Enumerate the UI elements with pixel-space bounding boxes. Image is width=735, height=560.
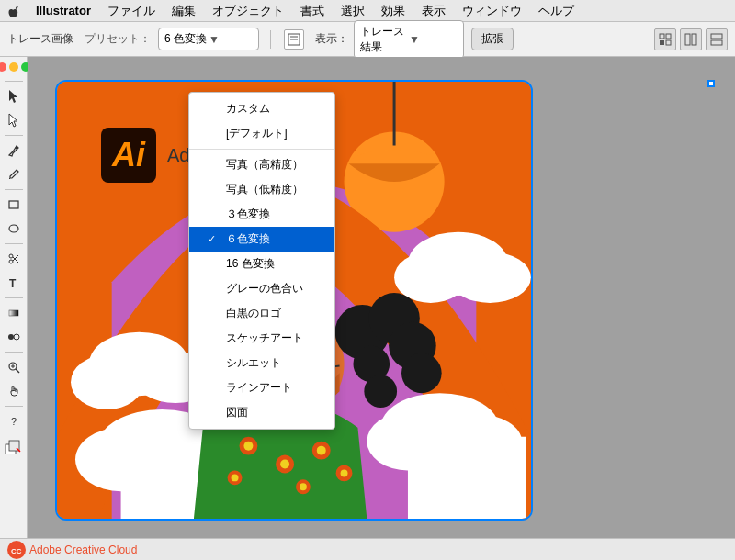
apple-menu[interactable] xyxy=(7,4,22,18)
svg-text:CC: CC xyxy=(11,547,22,555)
check-6color: ✓ xyxy=(208,233,220,245)
svg-rect-6 xyxy=(666,40,671,45)
display-value: トレース結果 xyxy=(360,24,409,55)
svg-point-52 xyxy=(243,442,253,451)
menu-item-photo-high-label: 写真（高精度） xyxy=(226,157,303,173)
menu-item-bwlogo-label: 白黒のロゴ xyxy=(226,306,281,321)
svg-point-60 xyxy=(300,483,307,490)
menubar: Illustrator ファイル 編集 オブジェクト 書式 選択 効果 表示 ウ… xyxy=(0,0,735,22)
svg-point-20 xyxy=(8,334,14,340)
menu-item-grayscale-label: グレーの色合い xyxy=(226,281,303,297)
tool-select[interactable] xyxy=(3,85,25,107)
menu-item-6color-label: ６色変換 xyxy=(226,231,270,247)
toolbar-icon-1[interactable] xyxy=(654,28,676,50)
menu-item-default-label: [デフォルト] xyxy=(226,126,288,141)
menu-item-lineart-label: ラインアート xyxy=(226,380,292,396)
svg-rect-19 xyxy=(9,310,18,316)
tool-ellipse[interactable] xyxy=(3,218,25,240)
svg-point-56 xyxy=(317,446,326,455)
tool-scissors[interactable] xyxy=(3,248,25,270)
tool-blend[interactable] xyxy=(3,326,25,348)
ai-icon-box: Ai xyxy=(101,128,156,183)
menu-item-3color[interactable]: ３色変換 xyxy=(189,202,334,227)
svg-point-11 xyxy=(15,147,17,150)
svg-rect-10 xyxy=(711,40,722,45)
tool-question[interactable]: ? xyxy=(3,410,25,432)
tool-direct-select[interactable] xyxy=(3,109,25,131)
cc-logo: CC Adobe Creative Cloud xyxy=(7,541,137,559)
bottom-bar: CC Adobe Creative Cloud xyxy=(0,538,735,560)
menu-item-default[interactable]: [デフォルト] xyxy=(189,121,334,146)
menu-illustrator[interactable]: Illustrator xyxy=(29,2,97,19)
menu-item-photo-low[interactable]: 写真（低精度） xyxy=(189,177,334,202)
svg-rect-3 xyxy=(660,34,664,39)
menu-item-lineart[interactable]: ラインアート xyxy=(189,375,334,400)
cc-text: Adobe Creative Cloud xyxy=(29,543,137,556)
menu-item-custom[interactable]: カスタム xyxy=(189,96,334,121)
canvas-handle[interactable] xyxy=(707,80,715,87)
menu-item-drawing[interactable]: 図面 xyxy=(189,400,334,425)
tool-pen[interactable] xyxy=(3,140,25,162)
display-dropdown[interactable]: トレース結果 ▼ xyxy=(354,20,464,59)
preset-value: 6 色変換 xyxy=(164,31,209,47)
svg-point-62 xyxy=(341,469,348,476)
svg-point-42 xyxy=(449,252,531,303)
cc-icon: CC xyxy=(7,541,26,559)
svg-text:?: ? xyxy=(11,416,17,427)
menu-item-16color[interactable]: 16 色変換 xyxy=(189,252,334,276)
svg-text:T: T xyxy=(9,277,17,289)
menu-item-grayscale[interactable]: グレーの色合い xyxy=(189,276,334,301)
trace-image-label: トレース画像 xyxy=(7,31,74,47)
tool-color[interactable] xyxy=(3,434,25,456)
page-icon[interactable] xyxy=(284,29,304,50)
tool-pencil[interactable] xyxy=(3,163,25,185)
menu-item-6color[interactable]: ✓ ６色変換 xyxy=(189,227,334,252)
menu-item-silhouette[interactable]: シルエット xyxy=(189,351,334,375)
menu-view[interactable]: 表示 xyxy=(415,1,452,21)
display-arrow-icon: ▼ xyxy=(409,33,458,46)
svg-rect-4 xyxy=(666,34,671,39)
svg-rect-8 xyxy=(692,34,696,45)
ai-logo-text: Ai xyxy=(112,136,145,174)
menu-item-bwlogo[interactable]: 白黒のロゴ xyxy=(189,301,334,326)
preset-arrow-icon: ▼ xyxy=(209,33,253,46)
preset-dropdown[interactable]: 6 色変換 ▼ xyxy=(158,28,259,50)
svg-rect-12 xyxy=(9,201,18,208)
menu-file[interactable]: ファイル xyxy=(101,1,162,21)
svg-rect-7 xyxy=(685,34,690,45)
display-section: 表示： トレース結果 ▼ xyxy=(315,20,464,59)
close-btn[interactable] xyxy=(0,62,6,72)
menu-item-drawing-label: 図面 xyxy=(226,405,248,420)
menu-effect[interactable]: 効果 xyxy=(375,1,412,21)
svg-rect-46 xyxy=(408,437,526,519)
preset-dropdown-menu: カスタム [デフォルト] 写真（高精度） 写真（低精度） ３色変換 ✓ ６色変 xyxy=(188,92,335,430)
tool-gradient[interactable] xyxy=(3,302,25,324)
toolbar-icon-2[interactable] xyxy=(680,28,702,50)
menu-item-photo-high[interactable]: 写真（高精度） xyxy=(189,152,334,177)
menu-edit[interactable]: 編集 xyxy=(165,1,202,21)
canvas-area: Ai Adobe Illustr... xyxy=(28,57,735,538)
main-area: T ? xyxy=(0,57,735,538)
left-toolbar: T ? xyxy=(0,57,28,538)
display-label: 表示： xyxy=(315,31,348,47)
expand-button[interactable]: 拡張 xyxy=(471,28,514,50)
toolbar: トレース画像 プリセット： 6 色変換 ▼ 表示： トレース結果 ▼ 拡張 xyxy=(0,22,735,57)
menu-item-sketch[interactable]: スケッチアート xyxy=(189,326,334,351)
menu-item-3color-label: ３色変換 xyxy=(226,207,270,222)
minimize-btn[interactable] xyxy=(9,62,18,72)
svg-line-23 xyxy=(16,369,19,373)
toolbar-icon-3[interactable] xyxy=(706,28,728,50)
tool-zoom[interactable] xyxy=(3,356,25,378)
svg-point-73 xyxy=(401,353,442,394)
menu-help[interactable]: ヘルプ xyxy=(532,1,581,21)
menu-window[interactable]: ウィンドウ xyxy=(456,1,528,21)
svg-point-14 xyxy=(9,254,13,258)
tool-rectangle[interactable] xyxy=(3,194,25,216)
tool-type[interactable]: T xyxy=(3,272,25,294)
svg-point-54 xyxy=(280,460,289,469)
tool-hand[interactable] xyxy=(3,380,25,402)
menu-select[interactable]: 選択 xyxy=(334,1,371,21)
menu-format[interactable]: 書式 xyxy=(294,1,331,21)
menu-object[interactable]: オブジェクト xyxy=(206,1,290,21)
svg-point-13 xyxy=(9,225,18,232)
